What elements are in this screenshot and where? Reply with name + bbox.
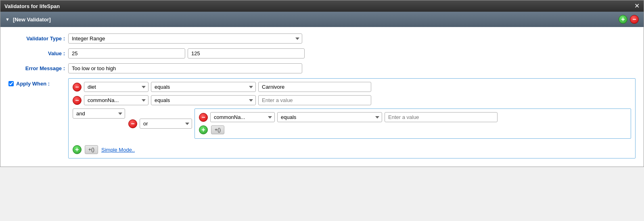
nested-condition-op-select[interactable]: equals [277,112,382,122]
condition-op-2-select[interactable]: equals [151,95,256,105]
condition-field-1-select[interactable]: diet [84,82,148,92]
apply-when-row: Apply When : − diet equals − [8,78,636,158]
apply-when-label-area: Apply When : [8,78,65,87]
remove-validator-button[interactable]: − [630,15,639,24]
nested-bottom-row: + +() [199,125,627,134]
nested-condition-field-select[interactable]: commonNa... [210,112,275,122]
or-group-row: − or and − commonNa... [128,108,631,139]
value-min-input[interactable] [68,48,185,58]
remove-or-group-button[interactable]: − [128,119,137,128]
condition-field-2-select[interactable]: commonNa... [84,95,148,105]
conditions-container: − diet equals − commonNa... [68,78,636,158]
condition-row-2: − commonNa... equals [73,95,631,105]
validator-type-select[interactable]: Integer Range [68,33,302,44]
add-nested-condition-button[interactable]: + [199,125,208,134]
window-title: Validators for lifeSpan [4,3,60,9]
nested-group: − or and − commonNa... [128,108,631,142]
chevron-icon: ▼ [5,17,10,22]
or-select[interactable]: or and [140,119,192,129]
value-label: Value : [8,50,65,56]
condition-value-1-input[interactable] [258,82,371,92]
validator-type-label: Validator Type : [8,35,65,42]
content-area: Validator Type : Integer Range Value : E… [0,27,644,167]
main-window: Validators for lifeSpan ✕ ▼ [New Validat… [0,0,644,167]
validator-header-title: [New Validator] [13,17,51,23]
add-validator-button[interactable]: + [619,15,627,24]
error-message-input[interactable] [68,63,302,73]
remove-condition-1-button[interactable]: − [73,83,82,92]
error-message-row: Error Message : [8,63,636,73]
value-row: Value : [8,48,636,58]
nested-condition-row-1: − commonNa... equals [199,112,627,122]
condition-op-1-select[interactable]: equals [151,82,256,92]
validator-header: ▼ [New Validator] + − [0,12,644,27]
and-select[interactable]: and or [73,108,125,119]
condition-row-1: − diet equals [73,82,631,92]
main-bottom-row: + +() Simple Mode.. [73,145,631,154]
title-bar: Validators for lifeSpan ✕ [0,0,644,12]
value-max-input[interactable] [188,48,305,58]
nested-add-group-button[interactable]: +() [211,125,224,134]
condition-value-2-input[interactable] [258,95,371,105]
apply-when-label: Apply When : [16,81,50,87]
nested-condition-value-input[interactable] [385,112,498,122]
remove-nested-condition-button[interactable]: − [199,113,208,122]
add-condition-button[interactable]: + [73,145,82,154]
error-message-label: Error Message : [8,65,65,71]
remove-condition-2-button[interactable]: − [73,96,82,105]
validator-header-right: + − [619,15,639,24]
validator-header-left: ▼ [New Validator] [5,17,51,23]
validator-type-row: Validator Type : Integer Range [8,33,636,44]
close-button[interactable]: ✕ [634,3,640,9]
apply-when-checkbox[interactable] [8,81,14,86]
simple-mode-link[interactable]: Simple Mode.. [101,147,135,153]
nested-conditions-container: − commonNa... equals [194,108,631,139]
and-or-row: and or − or and [73,108,631,142]
add-group-button[interactable]: +() [85,145,98,154]
